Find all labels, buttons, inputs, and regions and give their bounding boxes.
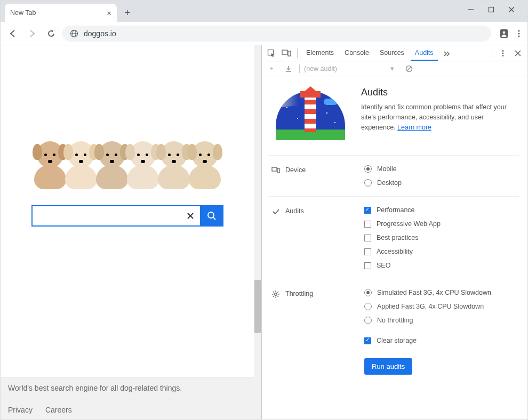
inspect-element-icon[interactable]	[265, 49, 278, 58]
reload-button[interactable]	[43, 26, 59, 42]
tab-audits[interactable]: Audits	[411, 45, 438, 61]
svg-point-10	[518, 33, 519, 34]
svg-point-14	[208, 212, 214, 218]
gear-icon	[271, 290, 280, 298]
svg-rect-1	[489, 7, 494, 12]
run-audits-button[interactable]: Run audits	[364, 358, 412, 375]
search-button[interactable]	[200, 205, 223, 227]
audits-label: Audits	[285, 207, 304, 215]
chevron-down-icon: ▾	[390, 64, 394, 72]
svg-point-9	[518, 30, 519, 31]
check-icon	[271, 207, 280, 216]
clear-audits-icon[interactable]	[403, 65, 415, 72]
device-toggle-icon[interactable]	[280, 49, 293, 58]
footer-link-privacy[interactable]: Privacy	[8, 406, 33, 414]
svg-point-19	[502, 50, 504, 52]
svg-point-21	[502, 55, 504, 56]
hero-image-puppies	[29, 109, 226, 189]
device-mobile-option[interactable]: Mobile	[364, 165, 519, 173]
search-input[interactable]	[31, 205, 181, 227]
new-audit-icon[interactable]: +	[265, 65, 278, 72]
window-minimize-button[interactable]	[467, 6, 475, 13]
footer-link-careers[interactable]: Careers	[45, 406, 72, 414]
search-bar	[31, 205, 223, 227]
download-audit-icon[interactable]	[282, 65, 295, 72]
svg-rect-18	[288, 51, 291, 56]
svg-rect-27	[272, 167, 277, 171]
audit-best-practices-option[interactable]: Best practices	[364, 234, 519, 241]
svg-line-37	[277, 292, 278, 293]
svg-line-15	[213, 217, 215, 220]
svg-line-26	[407, 67, 411, 71]
throttling-applied-option[interactable]: Applied Fast 3G, 4x CPU Slowdown	[364, 303, 519, 310]
tab-title: New Tab	[10, 9, 107, 17]
devtools-panel: Elements Console Sources Audits +	[262, 45, 527, 420]
svg-point-11	[518, 35, 519, 37]
throttling-label: Throttling	[285, 290, 313, 297]
tab-strip: New Tab × +	[1, 1, 527, 22]
address-bar[interactable]: doggos.io	[62, 26, 491, 42]
device-label: Device	[285, 166, 306, 174]
devtools-menu-icon[interactable]	[497, 50, 509, 57]
window-close-button[interactable]	[508, 6, 515, 13]
throttling-simulated-option[interactable]: Simulated Fast 3G, 4x CPU Slowdown	[364, 289, 519, 296]
clear-search-icon[interactable]	[181, 205, 200, 227]
lighthouse-illustration	[270, 87, 350, 140]
tab-elements[interactable]: Elements	[302, 45, 338, 61]
globe-icon	[70, 29, 78, 38]
svg-rect-28	[277, 168, 279, 173]
window-maximize-button[interactable]	[487, 6, 495, 13]
audit-accessibility-option[interactable]: Accessibility	[364, 248, 519, 255]
device-icon	[271, 166, 280, 175]
device-desktop-option[interactable]: Desktop	[364, 179, 519, 187]
tab-console[interactable]: Console	[340, 45, 373, 61]
svg-point-29	[275, 293, 277, 296]
tab-sources[interactable]: Sources	[375, 45, 409, 61]
chrome-menu-icon[interactable]	[515, 29, 523, 38]
learn-more-link[interactable]: Learn more	[397, 124, 431, 131]
page-viewport: World's best search engine for all dog-r…	[1, 45, 254, 420]
audits-title: Audits	[361, 87, 519, 98]
devtools-close-icon[interactable]	[511, 50, 524, 56]
profile-icon[interactable]	[499, 28, 509, 39]
svg-point-8	[503, 31, 506, 34]
tab-close-icon[interactable]: ×	[107, 9, 111, 18]
search-icon	[206, 211, 217, 221]
svg-line-35	[277, 296, 278, 297]
audit-pwa-option[interactable]: Progressive Web App	[364, 220, 519, 228]
viewport-scrollbar[interactable]	[254, 45, 261, 420]
svg-line-34	[273, 292, 274, 293]
forward-button[interactable]	[24, 26, 40, 42]
audits-description: Identify and fix common problems that af…	[361, 102, 519, 132]
svg-point-20	[502, 52, 504, 54]
browser-tab[interactable]: New Tab ×	[5, 4, 117, 22]
svg-line-36	[273, 296, 274, 297]
scrollbar-thumb[interactable]	[254, 280, 261, 333]
audit-select[interactable]: (new audit) ▾	[304, 64, 394, 72]
audit-seo-option[interactable]: SEO	[364, 262, 519, 269]
svg-rect-17	[282, 50, 287, 54]
footer-tagline: World's best search engine for all dog-r…	[1, 377, 254, 399]
new-tab-button[interactable]: +	[120, 5, 135, 20]
back-button[interactable]	[5, 26, 21, 42]
browser-toolbar: doggos.io	[1, 22, 527, 45]
address-bar-text: doggos.io	[84, 29, 116, 38]
audit-performance-option[interactable]: Performance	[364, 206, 519, 214]
more-tabs-icon[interactable]	[440, 50, 453, 57]
throttling-none-option[interactable]: No throttling	[364, 317, 519, 324]
audit-select-label: (new audit)	[304, 65, 337, 72]
clear-storage-option[interactable]: Clear storage	[364, 337, 519, 344]
